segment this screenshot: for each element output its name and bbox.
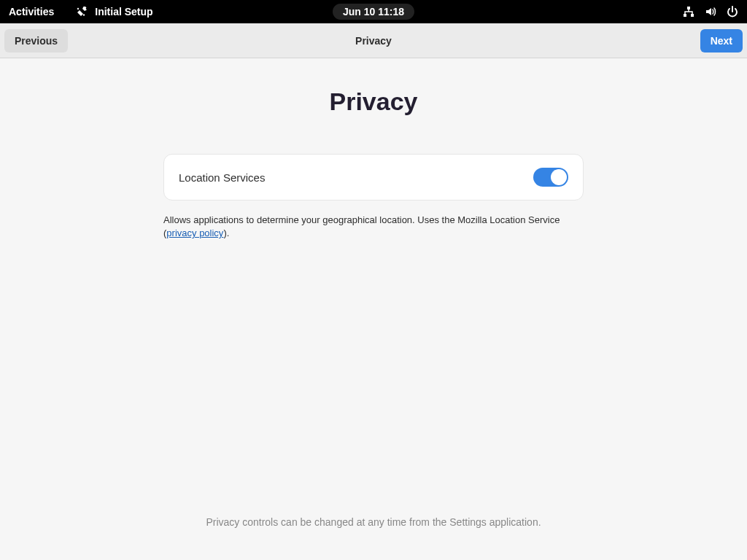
volume-icon[interactable]: [705, 6, 716, 18]
header-title: Privacy: [355, 35, 392, 47]
setup-app-icon: [76, 6, 88, 18]
active-app-name: Initial Setup: [95, 6, 152, 18]
header-bar: Previous Privacy Next: [0, 23, 747, 58]
activities-button[interactable]: Activities: [9, 6, 54, 18]
svg-rect-0: [687, 7, 690, 9]
top-bar: Activities Initial Setup Jun 10 11:18: [0, 0, 747, 23]
privacy-policy-link[interactable]: privacy policy: [166, 228, 223, 238]
top-bar-left: Activities Initial Setup: [9, 6, 153, 18]
svg-rect-1: [684, 14, 686, 17]
content-area: Privacy Location Services Allows applica…: [0, 58, 747, 240]
active-app-indicator[interactable]: Initial Setup: [76, 6, 152, 18]
toggle-knob: [551, 169, 567, 185]
network-icon[interactable]: [683, 6, 694, 18]
location-services-toggle[interactable]: [533, 168, 568, 187]
previous-button[interactable]: Previous: [4, 29, 68, 52]
description-text-after: ).: [223, 228, 229, 238]
top-bar-right: [683, 6, 738, 18]
footer-note: Privacy controls can be changed at any t…: [0, 516, 747, 528]
location-services-description: Allows applications to determine your ge…: [163, 214, 584, 240]
location-services-row: Location Services: [163, 154, 584, 201]
page-title: Privacy: [330, 88, 418, 116]
power-icon[interactable]: [727, 6, 738, 18]
next-button[interactable]: Next: [700, 29, 743, 52]
svg-rect-2: [691, 14, 694, 17]
clock[interactable]: Jun 10 11:18: [333, 4, 414, 20]
location-services-label: Location Services: [179, 171, 265, 184]
